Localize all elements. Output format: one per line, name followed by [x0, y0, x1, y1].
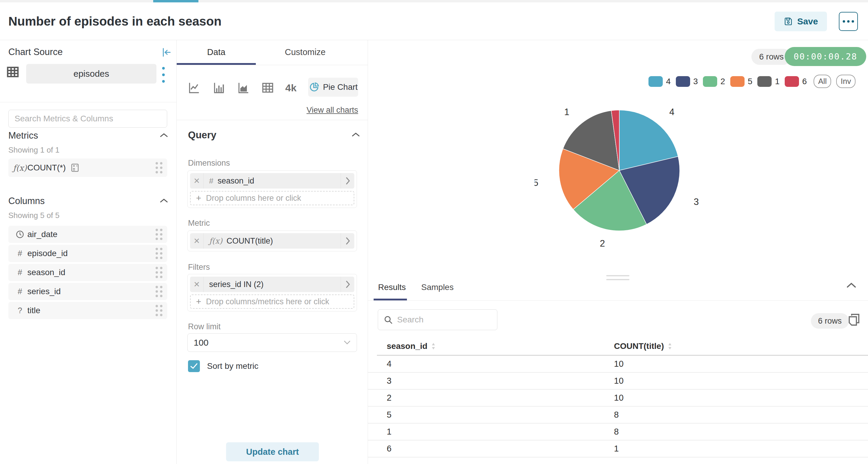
- divider: [0, 102, 176, 102]
- collapse-panel-icon[interactable]: [161, 47, 172, 57]
- metrics-search-input[interactable]: [14, 114, 161, 123]
- legend-item[interactable]: 5: [730, 76, 752, 87]
- metric-list-item[interactable]: ƒ(x) COUNT(*): [8, 158, 167, 177]
- filters-dropzone[interactable]: + Drop columns/metrics here or click: [190, 295, 354, 309]
- query-timer-badge: 00:00:00.28: [785, 47, 866, 66]
- results-table-body: 410310210581861: [368, 356, 868, 458]
- dataset-grid-icon: [6, 65, 20, 79]
- copy-icon[interactable]: [847, 313, 861, 327]
- hash-icon: #: [13, 249, 27, 258]
- table-row[interactable]: 410: [368, 356, 868, 373]
- area-chart-icon[interactable]: [234, 78, 253, 97]
- pie-slice-label: 3: [694, 196, 699, 207]
- big-number-icon[interactable]: 4k: [281, 78, 301, 97]
- chevron-right-icon[interactable]: [341, 173, 354, 189]
- tab-samples[interactable]: Samples: [421, 283, 454, 292]
- row-limit-value: 100: [194, 338, 209, 348]
- tab-customize[interactable]: Customize: [281, 47, 330, 57]
- sort-icon[interactable]: [431, 342, 436, 350]
- cell-season-id: 4: [387, 356, 392, 372]
- drag-handle-icon[interactable]: [156, 286, 162, 297]
- table-header-season-id[interactable]: season_id: [387, 341, 436, 351]
- legend-all-button[interactable]: All: [813, 75, 831, 88]
- filter-pill-label: series_id IN (2): [209, 280, 264, 289]
- drag-handle-icon[interactable]: [156, 229, 162, 240]
- view-all-charts-link[interactable]: View all charts: [296, 105, 358, 115]
- more-actions-button[interactable]: [839, 12, 858, 31]
- legend-item[interactable]: 2: [703, 76, 725, 87]
- metric-label: Metric: [188, 219, 210, 228]
- top-scroll-thumb[interactable]: [153, 0, 198, 2]
- column-list-item[interactable]: #season_id: [8, 264, 167, 281]
- legend-item[interactable]: 4: [648, 76, 671, 87]
- table-header-count-title[interactable]: COUNT(title): [614, 341, 672, 351]
- legend-item[interactable]: 1: [757, 76, 780, 87]
- column-list-item[interactable]: air_date: [8, 226, 167, 243]
- row-limit-select[interactable]: 100: [187, 333, 357, 352]
- chart-and-results-panel: 6 rows 00:00:00.28 432516AllInv 43251 Re…: [368, 40, 868, 464]
- tab-results[interactable]: Results: [378, 283, 406, 292]
- column-list-item[interactable]: ?title: [8, 302, 167, 319]
- drag-handle-icon[interactable]: [156, 248, 162, 259]
- legend-item[interactable]: 6: [785, 76, 807, 87]
- metric-control: ✕ ƒ(x) COUNT(title): [187, 230, 357, 251]
- sort-by-metric-checkbox[interactable]: [188, 360, 200, 372]
- chart-legend: 432516AllInv: [648, 75, 856, 88]
- table-row[interactable]: 310: [368, 373, 868, 390]
- panel-resize-handle[interactable]: [606, 275, 629, 283]
- drag-handle-icon[interactable]: [156, 305, 162, 316]
- table-row[interactable]: 18: [368, 424, 868, 440]
- cell-season-id: 1: [387, 424, 392, 440]
- remove-icon[interactable]: ✕: [190, 173, 204, 189]
- table-chart-icon[interactable]: [258, 78, 277, 97]
- metric-pill[interactable]: ✕ ƒ(x) COUNT(title): [190, 233, 354, 249]
- table-row[interactable]: 210: [368, 390, 868, 407]
- results-collapse-icon[interactable]: [846, 282, 857, 289]
- metrics-collapse-icon[interactable]: [159, 132, 168, 138]
- sort-by-metric-label: Sort by metric: [207, 361, 258, 371]
- legend-label: 5: [748, 77, 752, 86]
- search-icon: [383, 315, 393, 324]
- chevron-right-icon[interactable]: [341, 277, 354, 292]
- chevron-right-icon[interactable]: [341, 233, 354, 249]
- remove-icon[interactable]: ✕: [190, 233, 204, 249]
- metrics-search-box: [8, 110, 167, 128]
- tab-data[interactable]: Data: [177, 47, 256, 57]
- table-row[interactable]: 58: [368, 407, 868, 424]
- dimensions-dropzone[interactable]: + Drop columns here or click: [190, 191, 354, 205]
- filter-pill[interactable]: ✕ series_id IN (2): [190, 277, 354, 292]
- sort-icon[interactable]: [668, 342, 672, 350]
- pie-slice-label: 1: [564, 107, 569, 117]
- pie-chart-type-button[interactable]: Pie Chart: [308, 78, 358, 97]
- results-search-input[interactable]: [397, 315, 492, 324]
- line-chart-icon[interactable]: [184, 78, 204, 97]
- column-label: air_date: [27, 229, 57, 239]
- legend-item[interactable]: 3: [676, 76, 698, 87]
- legend-inv-button[interactable]: Inv: [836, 75, 856, 88]
- table-row[interactable]: 61: [368, 440, 868, 458]
- column-list-item[interactable]: #series_id: [8, 283, 167, 300]
- legend-label: 3: [693, 77, 698, 86]
- columns-section-title: Columns: [8, 196, 44, 207]
- dimension-pill[interactable]: ✕ # season_id: [190, 173, 354, 189]
- columns-collapse-icon[interactable]: [159, 198, 168, 204]
- save-button[interactable]: Save: [775, 11, 827, 31]
- pie-chart[interactable]: 43251: [534, 88, 704, 254]
- results-row-count-badge: 6 rows: [811, 313, 849, 329]
- cell-count-title: 10: [614, 373, 623, 389]
- query-collapse-icon[interactable]: [351, 132, 361, 138]
- cell-count-title: 10: [614, 356, 623, 372]
- dataset-menu-icon[interactable]: [161, 66, 166, 84]
- update-chart-button[interactable]: Update chart: [226, 442, 319, 461]
- chart-source-panel: Chart Source episodes Metrics Showing 1 …: [0, 40, 177, 464]
- legend-swatch: [785, 76, 799, 87]
- remove-icon[interactable]: ✕: [190, 277, 204, 292]
- column-list-item[interactable]: #episode_id: [8, 245, 167, 262]
- bar-chart-icon[interactable]: [209, 78, 228, 97]
- cell-count-title: 8: [614, 424, 619, 440]
- drag-handle-icon[interactable]: [156, 267, 162, 278]
- function-icon: ƒ(x): [13, 163, 27, 173]
- row-limit-label: Row limit: [188, 322, 221, 331]
- dataset-selector[interactable]: episodes: [26, 64, 156, 84]
- drag-handle-icon[interactable]: [156, 162, 162, 174]
